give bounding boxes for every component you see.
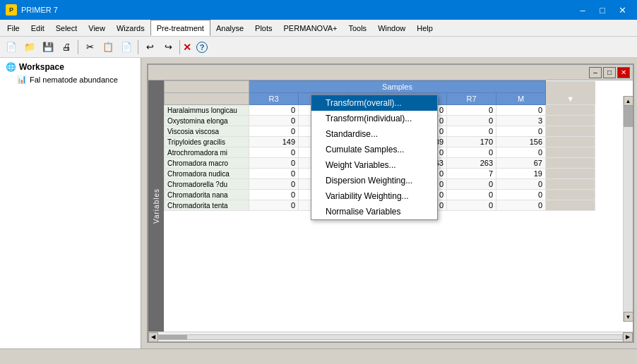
cell-value: 0 [249,147,299,158]
menu-wizards[interactable]: Wizards [111,20,150,36]
row-name: Oxystomina elonga [165,116,249,126]
scroll-thumb[interactable] [624,106,633,127]
dropdown-transform-overall[interactable]: Transform(overall)... [311,95,437,111]
cell-value: 19 [496,169,546,179]
toolbar-new[interactable]: 📄 [3,39,20,56]
cell-value: 0 [496,190,546,200]
scroll-pad [546,105,595,116]
menu-select[interactable]: Select [50,20,83,36]
menu-tools[interactable]: Tools [343,20,372,36]
row-name: Chromadora nudica [165,169,249,179]
scroll-left-btn[interactable]: ◀ [148,332,158,342]
vertical-scrollbar[interactable]: ▲ ▼ [623,96,633,322]
menu-edit[interactable]: Edit [25,20,50,36]
horizontal-scrollbar[interactable]: ◀ ▶ [148,332,633,341]
row-name: Haralaimmus longicau [165,105,249,116]
cell-value: 170 [447,137,496,147]
scroll-pad [546,158,595,169]
cell-value: 3 [496,116,546,126]
minimize-button[interactable]: – [573,3,592,17]
title-bar-left: P PRIMER 7 [6,4,58,16]
cell-value: 0 [496,147,546,158]
data-window-close[interactable]: ✕ [617,67,630,78]
menu-plots[interactable]: Plots [249,20,278,36]
toolbar-print[interactable]: 🖨 [58,39,75,56]
scroll-pad [546,126,595,137]
scroll-up-btn[interactable]: ▲ [624,96,633,106]
dropdown-variability[interactable]: Variability Weighting... [311,188,437,204]
row-name: Chromadorita nana [165,190,249,200]
menu-file[interactable]: File [1,20,25,36]
cell-value: 0 [249,105,299,116]
workspace-label: Workspace [19,62,64,72]
close-button[interactable]: ✕ [613,3,631,17]
menu-permanova[interactable]: PERMANOVA+ [278,20,343,36]
scroll-pad [546,200,595,211]
menu-bar: File Edit Select View Wizards Pre-treatm… [0,20,637,37]
scroll-pad [546,147,595,158]
cell-value: 0 [249,126,299,137]
toolbar-sep3 [179,40,180,54]
maximize-button[interactable]: □ [593,3,612,17]
toolbar-paste[interactable]: 📄 [118,39,135,56]
data-window-maximize[interactable]: □ [603,67,616,78]
app-icon: P [6,4,17,16]
toolbar-redo[interactable]: ↪ [160,39,177,56]
toolbar-cut[interactable]: ✂ [81,39,98,56]
cell-value: 156 [496,137,546,147]
blank-header [165,93,249,105]
samples-header: Samples [249,81,546,93]
title-bar: P PRIMER 7 – □ ✕ [0,0,637,20]
cell-value: 0 [447,190,496,200]
sidebar: 🌐 Workspace 📊 Fal nematode abundance [0,58,141,348]
cell-value: 0 [249,200,299,211]
title-bar-buttons: – □ ✕ [573,3,631,17]
scroll-corner [546,81,595,93]
toolbar-open[interactable]: 📁 [21,39,38,56]
toolbar: 📄 📁 💾 🖨 ✂ 📋 📄 ↩ ↪ ✕ ? [0,37,637,58]
cell-value: 0 [249,190,299,200]
main-area: 🌐 Workspace 📊 Fal nematode abundance – □… [0,58,637,348]
toolbar-sep2 [138,40,138,54]
cell-value: 0 [496,200,546,211]
cell-value: 0 [447,179,496,190]
cell-value: 0 [447,105,496,116]
cell-value: 0 [249,116,299,126]
dropdown-transform-individual[interactable]: Transform(individual)... [311,111,437,126]
toolbar-save[interactable]: 💾 [40,39,56,56]
scroll-pad [546,169,595,179]
toolbar-undo[interactable]: ↩ [141,39,158,56]
dropdown-normalise[interactable]: Normalise Variables [311,204,437,219]
scroll-down-btn[interactable]: ▼ [624,312,633,322]
toolbar-copy[interactable]: 📋 [100,39,117,56]
menu-analyse[interactable]: Analyse [210,20,249,36]
sidebar-item-fal[interactable]: 📊 Fal nematode abundance [3,73,138,85]
cell-value: 0 [496,105,546,116]
cell-value: 7 [447,169,496,179]
cell-value: 0 [496,179,546,190]
row-name: Chromadorella ?du [165,179,249,190]
dropdown-weight-variables[interactable]: Weight Variables... [311,157,437,173]
row-name: Tripyloides gracilis [165,137,249,147]
menu-pretreatment[interactable]: Pre-treatment [150,20,210,36]
menu-view[interactable]: View [83,20,111,36]
cell-value: 149 [249,137,299,147]
dropdown-standardise[interactable]: Standardise... [311,126,437,142]
scroll-right-btn[interactable]: ▶ [623,332,633,342]
data-window-minimize[interactable]: – [589,67,602,78]
col-m: M [496,93,546,105]
menu-help[interactable]: Help [411,20,439,36]
scroll-track [624,106,633,312]
dropdown-cumulate[interactable]: Cumulate Samples... [311,142,437,157]
cell-value: 0 [249,158,299,169]
toolbar-sep1 [78,40,78,54]
dataset-label: Fal nematode abundance [30,75,118,84]
dropdown-dispersion[interactable]: Dispersion Weighting... [311,173,437,188]
menu-window[interactable]: Window [372,20,411,36]
scroll-pad [546,137,595,147]
scroll-pad [546,190,595,200]
cell-value: 0 [447,126,496,137]
h-scroll-thumb[interactable] [159,335,187,339]
cell-value: 0 [496,126,546,137]
corner-cell [165,81,249,93]
